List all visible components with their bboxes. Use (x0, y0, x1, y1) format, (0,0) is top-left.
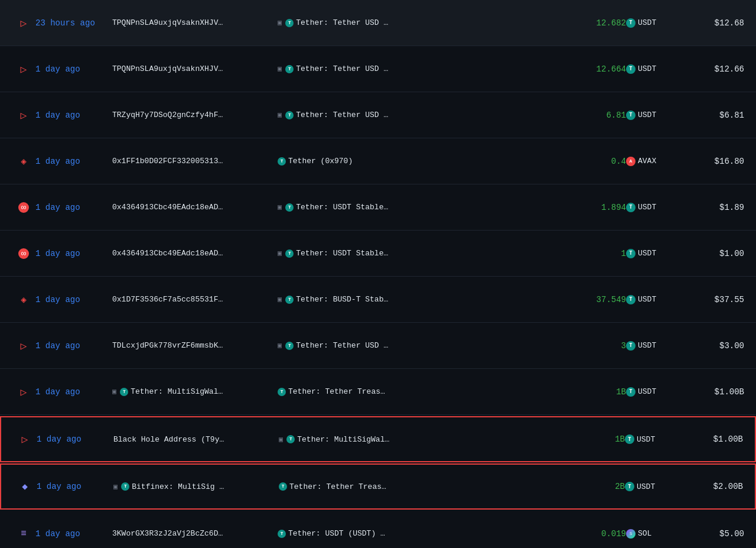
token-cell: ₮ USDT (626, 387, 691, 397)
to-cell[interactable]: ₮Tether: USDT (USDT) … (278, 529, 567, 538)
chain-icon-tron: ▷ (21, 385, 27, 398)
transaction-value: $1.89 (691, 203, 744, 212)
chain-icon-sol: ≡ (21, 528, 27, 539)
from-cell[interactable]: 0x1FF1b0D02FCF332005313… (112, 157, 278, 166)
chain-icon-eth: ◆ (22, 481, 28, 492)
token-cell: ₮ USDT (626, 249, 691, 258)
from-address: 0x4364913Cbc49EAdc18eAD… (112, 249, 223, 258)
table-row[interactable]: ▷ 1 day ago TRZyqH7y7DSoQ2gnCzfy4hF… ▣₮T… (0, 92, 756, 138)
transaction-time: 1 day ago (35, 157, 112, 166)
from-cell[interactable]: 0x4364913Cbc49EAdc18eAD… (112, 249, 278, 258)
doc-icon: ▣ (278, 341, 282, 350)
to-address: Tether: USDT Stable… (296, 203, 388, 212)
table-row[interactable]: ≡ 1 day ago 3KWorGX3R3zJ2aVj2BcZc6D… ₮Te… (0, 511, 756, 548)
chain-icon-optimism: ∞ (18, 248, 29, 259)
token-symbol: USDT (638, 387, 656, 396)
table-row[interactable]: ◈ 1 day ago 0x1FF1b0D02FCF332005313… ₮Te… (0, 138, 756, 184)
transaction-amount: 0.4 (567, 157, 626, 166)
to-cell[interactable]: ₮Tether: Tether Treas… (278, 387, 567, 396)
to-address: Tether: MultiSigWal… (297, 435, 389, 444)
to-address: Tether: Tether Treas… (288, 387, 385, 396)
from-cell[interactable]: TRZyqH7y7DSoQ2gnCzfy4hF… (112, 111, 278, 119)
transaction-value: $12.68 (691, 18, 744, 28)
token-symbol: USDT (638, 111, 656, 119)
table-row[interactable]: ◈ 1 day ago 0x1D7F3536cF7a5cc85531F… ▣₮T… (0, 277, 756, 323)
transaction-amount: 0.019 (567, 529, 626, 539)
from-cell[interactable]: 3KWorGX3R3zJ2aVj2BcZc6D… (112, 529, 278, 538)
transaction-amount: 12.664 (567, 64, 626, 74)
tether-badge: ₮ (279, 482, 287, 491)
transaction-value: $12.66 (691, 64, 744, 74)
chain-icon-tron: ▷ (21, 17, 27, 30)
from-cell[interactable]: ▣₮Tether: MultiSigWal… (112, 387, 278, 396)
transaction-amount: 1B (566, 434, 625, 444)
transaction-value: $2.00B (690, 482, 743, 491)
avax-token-icon: A (626, 157, 636, 166)
from-cell[interactable]: ▣₮Bitfinex: MultiSig … (113, 482, 279, 491)
tether-badge: ₮ (285, 249, 294, 258)
transaction-value: $1.00B (690, 434, 743, 444)
chain-icon-cell: ▷ (12, 63, 35, 76)
to-cell[interactable]: ₮Tether: Tether Treas… (279, 482, 566, 491)
from-cell[interactable]: TPQNPnSLA9uxjqVsaknXHJV… (112, 18, 278, 27)
table-row[interactable]: ∞ 1 day ago 0x4364913Cbc49EAdc18eAD… ▣₮T… (0, 184, 756, 231)
transaction-time: 1 day ago (37, 482, 113, 491)
table-row[interactable]: ∞ 1 day ago 0x4364913Cbc49EAdc18eAD… ▣₮T… (0, 231, 756, 277)
token-cell: ₮ USDT (626, 341, 691, 351)
transaction-amount: 3 (567, 341, 626, 351)
sol-token-icon: S (626, 529, 636, 539)
transaction-value: $1.00B (691, 387, 744, 397)
transaction-value: $37.55 (691, 295, 744, 304)
table-row[interactable]: ▷ 23 hours ago TPQNPnSLA9uxjqVsaknXHJV… … (0, 0, 756, 46)
to-address: Tether (0x970) (288, 157, 353, 166)
usdt-token-icon: ₮ (626, 18, 636, 28)
from-cell[interactable]: TPQNPnSLA9uxjqVsaknXHJV… (112, 64, 278, 73)
to-cell[interactable]: ▣₮Tether: USDT Stable… (278, 249, 567, 258)
to-cell[interactable]: ▣₮Tether: USDT Stable… (278, 203, 567, 212)
to-cell[interactable]: ▣₮Tether: Tether USD … (278, 341, 567, 350)
to-cell[interactable]: ₮Tether (0x970) (278, 157, 567, 166)
token-cell: ₮ USDT (626, 203, 691, 212)
to-cell[interactable]: ▣₮Tether: Tether USD … (278, 18, 567, 27)
table-row[interactable]: ▷ 1 day ago TDLcxjdPGk778vrZF6mmsbK… ▣₮T… (0, 323, 756, 369)
to-address: Tether: USDT (USDT) … (288, 529, 385, 538)
transaction-time: 1 day ago (37, 434, 113, 444)
from-address: 0x4364913Cbc49EAdc18eAD… (112, 203, 223, 212)
token-symbol: USDT (637, 435, 655, 444)
from-cell[interactable]: 0x4364913Cbc49EAdc18eAD… (112, 203, 278, 212)
table-row[interactable]: ▷ 1 day ago ▣₮Tether: MultiSigWal… ₮Teth… (0, 369, 756, 415)
tether-badge: ₮ (286, 435, 295, 443)
from-cell[interactable]: Black Hole Address (T9y… (113, 435, 279, 444)
token-symbol: USDT (637, 482, 655, 491)
usdt-token-icon: ₮ (625, 482, 634, 491)
transaction-time: 1 day ago (35, 529, 112, 539)
transactions-table: ▷ 23 hours ago TPQNPnSLA9uxjqVsaknXHJV… … (0, 0, 756, 548)
tether-badge: ₮ (120, 388, 128, 396)
chain-icon-cell: ∞ (12, 248, 35, 259)
token-symbol: USDT (638, 341, 656, 350)
from-cell[interactable]: TDLcxjdPGk778vrZF6mmsbK… (112, 341, 278, 350)
to-address: Tether: USDT Stable… (296, 249, 388, 258)
usdt-token-icon: ₮ (626, 387, 636, 397)
table-row[interactable]: ◆ 1 day ago ▣₮Bitfinex: MultiSig … ₮Teth… (0, 463, 756, 510)
doc-icon: ▣ (278, 18, 282, 27)
table-row[interactable]: ▷ 1 day ago Black Hole Address (T9y… ▣₮T… (0, 416, 756, 462)
transaction-time: 1 day ago (35, 111, 112, 120)
from-address: 0x1FF1b0D02FCF332005313… (112, 157, 223, 166)
transaction-value: $16.80 (691, 157, 744, 166)
tether-badge: ₮ (278, 157, 286, 166)
transaction-value: $1.00 (691, 249, 744, 258)
token-cell: ₮ USDT (625, 434, 690, 444)
table-row[interactable]: ▷ 1 day ago TPQNPnSLA9uxjqVsaknXHJV… ▣₮T… (0, 46, 756, 92)
to-cell[interactable]: ▣₮Tether: MultiSigWal… (279, 435, 566, 444)
chain-icon-cell: ▷ (12, 17, 35, 30)
to-cell[interactable]: ▣₮Tether: BUSD-T Stab… (278, 295, 567, 304)
transaction-amount: 1 (567, 249, 626, 258)
from-cell[interactable]: 0x1D7F3536cF7a5cc85531F… (112, 295, 278, 304)
to-cell[interactable]: ▣₮Tether: Tether USD … (278, 111, 567, 119)
token-cell: A AVAX (626, 157, 691, 166)
tether-badge: ₮ (285, 65, 294, 73)
to-cell[interactable]: ▣₮Tether: Tether USD … (278, 64, 567, 73)
usdt-token-icon: ₮ (626, 203, 636, 212)
token-cell: ₮ USDT (626, 111, 691, 120)
